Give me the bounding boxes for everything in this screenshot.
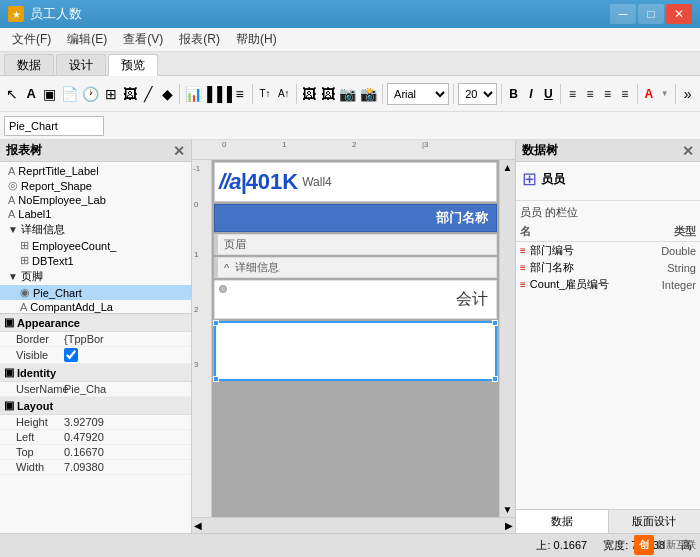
width-value[interactable]: 7.09380 bbox=[64, 461, 187, 473]
tree-panel-close[interactable]: ✕ bbox=[173, 143, 185, 159]
component-name-input[interactable] bbox=[4, 116, 104, 136]
select-tool-button[interactable]: ↖ bbox=[4, 82, 21, 106]
visible-checkbox[interactable] bbox=[64, 348, 78, 362]
vruler-mark-3: 3 bbox=[194, 360, 198, 369]
employee-table-label: 员员 bbox=[541, 171, 565, 188]
handle-tl[interactable] bbox=[213, 320, 219, 326]
text2-tool-button[interactable]: T↑ bbox=[257, 82, 274, 106]
bold-button[interactable]: B bbox=[506, 83, 521, 105]
chart3-button[interactable]: ≡ bbox=[231, 82, 248, 106]
vertical-scrollbar[interactable]: ▲ ▼ bbox=[499, 160, 515, 517]
italic-button[interactable]: I bbox=[523, 83, 538, 105]
maximize-button[interactable]: □ bbox=[638, 4, 664, 24]
text-icon-2: A bbox=[8, 194, 15, 206]
img3-tool-button[interactable]: 🖼 bbox=[301, 82, 318, 106]
font-color-button[interactable]: A bbox=[641, 83, 656, 105]
text-tool-button[interactable]: A bbox=[23, 82, 40, 106]
username-value[interactable]: Pie_Cha bbox=[64, 383, 187, 395]
handle-br[interactable] bbox=[492, 376, 498, 382]
img6-tool-button[interactable]: 📸 bbox=[359, 82, 378, 106]
close-button[interactable]: ✕ bbox=[666, 4, 692, 24]
pie-chart-container[interactable] bbox=[214, 321, 497, 381]
tab-design[interactable]: 设计 bbox=[56, 54, 106, 75]
more-button[interactable]: » bbox=[679, 82, 696, 106]
minimize-button[interactable]: ─ bbox=[610, 4, 636, 24]
underline-button[interactable]: U bbox=[541, 83, 556, 105]
field-row-dept-no[interactable]: ≡ 部门编号 Double bbox=[516, 242, 700, 259]
tree-item-label1[interactable]: A Label1 bbox=[0, 207, 191, 221]
expand-icon[interactable]: ▼ bbox=[8, 224, 18, 235]
tree-item-no-employee[interactable]: A NoEmployee_Lab bbox=[0, 193, 191, 207]
img2-tool-button[interactable]: 🖼 bbox=[121, 82, 138, 106]
scroll-up-button[interactable]: ▲ bbox=[503, 162, 513, 173]
left-value[interactable]: 0.47920 bbox=[64, 431, 187, 443]
brand-name: 创新互联 bbox=[656, 538, 696, 552]
menu-edit[interactable]: 编辑(E) bbox=[59, 29, 115, 50]
label-tool-button[interactable]: A↑ bbox=[275, 82, 292, 106]
tree-item-dbtext1[interactable]: ⊞ DBText1 bbox=[0, 253, 191, 268]
chart-icon: ◉ bbox=[20, 286, 30, 299]
tree-item-label: NoEmployee_Lab bbox=[18, 194, 105, 206]
menu-view[interactable]: 查看(V) bbox=[115, 29, 171, 50]
tree-item-footer[interactable]: ▼ 页脚 bbox=[0, 268, 191, 285]
handle-tr[interactable] bbox=[492, 320, 498, 326]
name-bar bbox=[0, 112, 700, 140]
menu-file[interactable]: 文件(F) bbox=[4, 29, 59, 50]
line-tool-button[interactable]: ╱ bbox=[140, 82, 157, 106]
align-right-button[interactable]: ≡ bbox=[600, 83, 615, 105]
layout-header[interactable]: ▣ Layout bbox=[0, 397, 191, 415]
field-icon-3: ≡ bbox=[520, 279, 526, 290]
align-left-button[interactable]: ≡ bbox=[565, 83, 580, 105]
scroll-right-button[interactable]: ▶ bbox=[505, 520, 513, 531]
tree-item-pie-chart[interactable]: ◉ Pie_Chart bbox=[0, 285, 191, 300]
tree-item-label: DBText1 bbox=[32, 255, 74, 267]
menu-help[interactable]: 帮助(H) bbox=[228, 29, 285, 50]
tree-item-report-shape[interactable]: ◎ Report_Shape bbox=[0, 178, 191, 193]
tree-item-employee-count[interactable]: ⊞ EmployeeCount_ bbox=[0, 238, 191, 253]
scroll-down-button[interactable]: ▼ bbox=[503, 504, 513, 515]
scroll-left-button[interactable]: ◀ bbox=[194, 520, 202, 531]
align-center-button[interactable]: ≡ bbox=[582, 83, 597, 105]
height-label: Height bbox=[4, 416, 64, 428]
tab-data[interactable]: 数据 bbox=[4, 54, 54, 75]
bar-chart2-button[interactable]: ▐▐▐ bbox=[205, 82, 229, 106]
table-grid-icon: ⊞ bbox=[522, 168, 537, 190]
tree-item-reprt-title[interactable]: A ReprtTitle_Label bbox=[0, 164, 191, 178]
tree-item-detail[interactable]: ▼ 详细信息 bbox=[0, 221, 191, 238]
font-color-dropdown[interactable]: ▼ bbox=[659, 89, 671, 98]
horizontal-scrollbar[interactable]: ◀ ▶ bbox=[192, 517, 515, 533]
justify-button[interactable]: ≡ bbox=[617, 83, 632, 105]
font-name-select[interactable]: Arial bbox=[387, 83, 449, 105]
data-tree-close[interactable]: ✕ bbox=[682, 143, 694, 159]
bar-chart-button[interactable]: 📊 bbox=[184, 82, 203, 106]
field-row-dept-name[interactable]: ≡ 部门名称 String bbox=[516, 259, 700, 276]
separator-6 bbox=[501, 84, 502, 104]
tab-preview[interactable]: 预览 bbox=[108, 54, 158, 76]
tab-data-right[interactable]: 数据 bbox=[516, 510, 609, 533]
canvas-area: //a| 401K Wall4 部门名称 页眉 bbox=[212, 160, 499, 517]
tab-layout-right[interactable]: 版面设计 bbox=[609, 510, 701, 533]
memo-tool-button[interactable]: 📄 bbox=[60, 82, 79, 106]
time-tool-button[interactable]: 🕐 bbox=[81, 82, 100, 106]
field-row-count[interactable]: ≡ Count_雇员编号 Integer bbox=[516, 276, 700, 293]
menu-report[interactable]: 报表(R) bbox=[171, 29, 228, 50]
handle-bl[interactable] bbox=[213, 376, 219, 382]
appearance-header[interactable]: ▣ Appearance bbox=[0, 314, 191, 332]
expand-icon-2[interactable]: ▼ bbox=[8, 271, 18, 282]
border-value[interactable]: {TppBor bbox=[64, 333, 187, 345]
canvas-bg: //a| 401K Wall4 部门名称 页眉 bbox=[212, 160, 499, 517]
top-value[interactable]: 0.16670 bbox=[64, 446, 187, 458]
img4-tool-button[interactable]: 🖼 bbox=[320, 82, 337, 106]
employee-table-item[interactable]: ⊞ 员员 bbox=[520, 166, 696, 192]
img5-tool-button[interactable]: 📷 bbox=[338, 82, 357, 106]
brand-text: 创 bbox=[639, 538, 649, 552]
height-value[interactable]: 3.92709 bbox=[64, 416, 187, 428]
table-tool-button[interactable]: ⊞ bbox=[102, 82, 119, 106]
shape-tool-button[interactable]: ◆ bbox=[159, 82, 176, 106]
data-tree-title: 数据树 bbox=[522, 142, 558, 159]
text-icon-3: A bbox=[8, 208, 15, 220]
identity-header[interactable]: ▣ Identity bbox=[0, 364, 191, 382]
image-tool-button[interactable]: ▣ bbox=[42, 82, 59, 106]
font-size-select[interactable]: 20 bbox=[458, 83, 497, 105]
tree-item-company-add[interactable]: A CompantAdd_La bbox=[0, 300, 191, 313]
